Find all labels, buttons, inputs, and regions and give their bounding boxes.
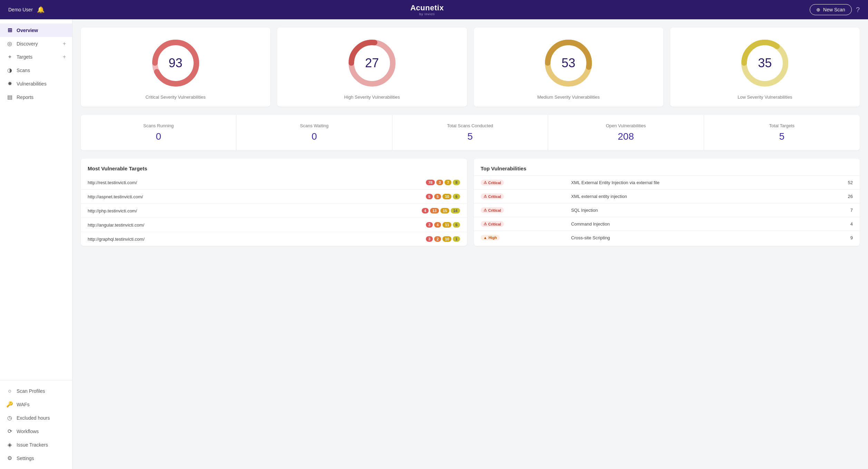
notification-bell-icon[interactable]: 🔔 (37, 6, 45, 13)
help-icon[interactable]: ? (856, 6, 860, 14)
vuln-severity-icon: ⚠ (484, 180, 487, 185)
badge-critical: 3 (426, 236, 433, 242)
table-row[interactable]: http://graphql.testinvicti.com/ 32101 (81, 232, 467, 246)
sidebar-item-reports[interactable]: ▤ Reports (0, 90, 72, 104)
badge-critical: 5 (426, 194, 433, 199)
donut-label-high: High Severity Vulnerabilities (344, 94, 400, 100)
logo-sub: by Invicti (419, 12, 435, 16)
stat-value-scans-waiting: 0 (312, 131, 317, 142)
badge-low: 6 (453, 222, 460, 228)
table-row[interactable]: ⚠ Critical SQL Injection 7 (474, 203, 860, 217)
most-vulnerable-table: http://rest.testinvicti.com/ 78378 http:… (81, 176, 467, 246)
sidebar-nav: ⊞ Overview ◎ Discovery + ⌖ Targets + ◑ S… (0, 19, 72, 380)
sidebar-item-vulnerabilities[interactable]: ✸ Vulnerabilities (0, 77, 72, 90)
target-badges: 34116 (303, 218, 467, 232)
vuln-badge-critical: ⚠ Critical (481, 221, 504, 227)
vuln-severity: ⚠ Critical (474, 203, 564, 217)
badge-low: 14 (451, 208, 460, 213)
table-row[interactable]: ⚠ Critical XML External Entity Injection… (474, 176, 860, 190)
vuln-badge-high: ▲ High (481, 235, 500, 240)
vuln-count: 9 (814, 231, 860, 245)
vuln-severity-icon: ⚠ (484, 222, 487, 226)
most-vulnerable-panel: Most Vulnerable Targets http://rest.test… (81, 159, 467, 246)
app-header: Demo User 🔔 Acunetix by Invicti ⊕ New Sc… (0, 0, 868, 19)
stat-label-scans-waiting: Scans Waiting (300, 123, 329, 128)
sidebar-item-issue-trackers[interactable]: ◈ Issue Trackers (0, 438, 72, 451)
badge-medium: 10 (442, 236, 451, 242)
target-url: http://aspnet.testinvicti.com/ (81, 190, 303, 204)
sidebar-label-wafs: WAFs (17, 402, 30, 407)
sidebar-label-settings: Settings (17, 456, 34, 461)
sidebar-item-discovery[interactable]: ◎ Discovery + (0, 37, 72, 50)
table-row[interactable]: ▲ High Cross-site Scripting 9 (474, 231, 860, 245)
sidebar-item-excluded-hours[interactable]: ◷ Excluded hours (0, 411, 72, 425)
target-url: http://graphql.testinvicti.com/ (81, 232, 303, 246)
wafs-icon: 🔑 (6, 401, 13, 408)
bottom-row: Most Vulnerable Targets http://rest.test… (81, 159, 860, 246)
top-vulnerabilities-title: Top Vulnerabilities (474, 159, 860, 176)
target-badges: 32101 (303, 232, 467, 246)
table-row[interactable]: http://angular.testinvicti.com/ 34116 (81, 218, 467, 232)
donut-label-medium: Medium Severity Vulnerabilities (537, 94, 600, 100)
donut-num-medium: 53 (562, 56, 575, 70)
header-right: ⊕ New Scan ? (810, 4, 860, 15)
sidebar-item-overview[interactable]: ⊞ Overview (0, 23, 72, 37)
stat-value-open-vulns: 208 (618, 131, 634, 142)
top-vulnerabilities-panel: Top Vulnerabilities ⚠ Critical XML Exter… (474, 159, 860, 246)
stat-label-open-vulns: Open Vulnerabilities (606, 123, 646, 128)
sidebar-item-settings[interactable]: ⚙ Settings (0, 451, 72, 465)
donut-wrap-medium: 53 (543, 37, 594, 89)
stat-total-scans: Total Scans Conducted 5 (392, 115, 548, 150)
header-left: Demo User 🔔 (8, 6, 45, 13)
donut-row: 93 Critical Severity Vulnerabilities 27 … (81, 28, 860, 107)
sidebar-label-discovery: Discovery (17, 41, 38, 47)
targets-icon: ⌖ (6, 54, 13, 60)
logo-name: Acunetix (410, 3, 444, 12)
discovery-add-icon[interactable]: + (63, 41, 66, 47)
table-row[interactable]: ⚠ Critical XML external entity injection… (474, 190, 860, 203)
vuln-name: Cross-site Scripting (564, 231, 814, 245)
target-url: http://angular.testinvicti.com/ (81, 218, 303, 232)
top-vulnerabilities-table: ⚠ Critical XML External Entity Injection… (474, 176, 860, 244)
badge-high: 4 (434, 222, 441, 228)
vuln-count: 7 (814, 203, 860, 217)
sidebar-label-excluded-hours: Excluded hours (17, 415, 50, 421)
table-row[interactable]: http://rest.testinvicti.com/ 78378 (81, 176, 467, 190)
target-url: http://php.testinvicti.com/ (81, 204, 303, 218)
badge-low: 6 (453, 194, 460, 199)
sidebar-item-targets[interactable]: ⌖ Targets + (0, 50, 72, 63)
vuln-name: Command Injection (564, 217, 814, 231)
user-name: Demo User (8, 7, 33, 12)
vuln-severity: ⚠ Critical (474, 217, 564, 231)
table-row[interactable]: http://php.testinvicti.com/ 4131514 (81, 204, 467, 218)
vuln-severity-icon: ⚠ (484, 208, 487, 212)
sidebar-label-vulnerabilities: Vulnerabilities (17, 81, 47, 87)
sidebar-item-scan-profiles[interactable]: ○ Scan Profiles (0, 385, 72, 398)
vuln-severity: ▲ High (474, 231, 564, 245)
table-row[interactable]: ⚠ Critical Command Injection 4 (474, 217, 860, 231)
donut-card-critical: 93 Critical Severity Vulnerabilities (81, 28, 270, 107)
target-url: http://rest.testinvicti.com/ (81, 176, 303, 190)
donut-wrap-low: 35 (739, 37, 791, 89)
vuln-severity: ⚠ Critical (474, 176, 564, 190)
sidebar-item-scans[interactable]: ◑ Scans (0, 63, 72, 77)
vuln-count: 52 (814, 176, 860, 190)
targets-add-icon[interactable]: + (63, 54, 66, 60)
table-row[interactable]: http://aspnet.testinvicti.com/ 55106 (81, 190, 467, 204)
discovery-icon: ◎ (6, 40, 13, 47)
badge-high: 13 (430, 208, 439, 213)
badge-critical: 4 (422, 208, 429, 213)
badge-medium: 15 (440, 208, 449, 213)
sidebar-item-workflows[interactable]: ⟳ Workflows (0, 425, 72, 438)
new-scan-button[interactable]: ⊕ New Scan (810, 4, 852, 15)
sidebar-item-wafs[interactable]: 🔑 WAFs (0, 398, 72, 411)
new-scan-label: New Scan (823, 7, 845, 12)
donut-wrap-high: 27 (346, 37, 398, 89)
scan-icon: ⊕ (816, 7, 820, 12)
stat-value-total-scans: 5 (467, 131, 473, 142)
excluded-hours-icon: ◷ (6, 415, 13, 421)
badge-medium: 7 (445, 180, 451, 185)
vuln-severity: ⚠ Critical (474, 190, 564, 203)
badge-medium: 11 (442, 222, 451, 228)
stat-label-total-scans: Total Scans Conducted (447, 123, 493, 128)
